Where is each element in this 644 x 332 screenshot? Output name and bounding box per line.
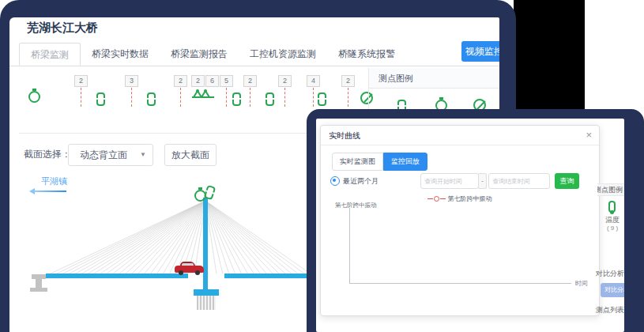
sensor-count-box: 3 <box>125 75 138 87</box>
sensor-dash-line <box>226 88 227 107</box>
car-image <box>175 262 204 275</box>
truss-sensor-group[interactable]: 26 <box>191 75 219 103</box>
sensor-dash-line <box>180 88 181 107</box>
sensor-count-box: 4 <box>307 75 320 87</box>
direction-arrow-icon <box>32 191 66 192</box>
background-white-area <box>585 0 644 111</box>
sensor-count-5[interactable]: 2 <box>174 75 186 107</box>
section-select-dropdown[interactable]: 动态背立面 ▼ <box>68 144 153 166</box>
video-monitor-button[interactable]: 视频监控 <box>461 41 499 62</box>
temperature-count: ( 9 ) <box>599 224 624 232</box>
tabbar-divider <box>9 66 499 66</box>
chart-plot-area <box>349 208 571 284</box>
x-axis-title: 时间 <box>575 279 588 288</box>
query-end-time-input[interactable] <box>488 173 550 189</box>
overlay-window: 实时曲线 × 实时监测图 监控回放 最近两个月 - 查询 第七阶跨中振动 第七阶… <box>316 119 624 332</box>
query-button[interactable]: 查询 <box>555 173 579 189</box>
car-wheel <box>179 270 183 275</box>
chain-link-icon[interactable] <box>96 92 105 106</box>
tab-main-3[interactable]: 工控机资源监测 <box>239 43 327 66</box>
sensor-dash-line <box>250 88 250 107</box>
tab-main-2[interactable]: 桥梁监测报告 <box>160 43 239 66</box>
recent-two-months-radio[interactable] <box>330 176 340 186</box>
sensor-count-box: 2 <box>174 75 187 87</box>
compare-section-title: 对比分析 <box>596 269 624 279</box>
sensor-count-3[interactable]: 3 <box>125 75 137 107</box>
car-wheel <box>195 270 200 275</box>
sensor-count-9[interactable]: 2 <box>243 75 256 107</box>
tab-main-1[interactable]: 桥梁实时数据 <box>81 43 160 66</box>
sensor-count-1[interactable]: 2 <box>74 75 87 107</box>
tab-main-0[interactable]: 桥梁监测 <box>19 43 81 66</box>
modal-header <box>321 126 599 145</box>
sensor-count-box: 2 <box>341 75 355 87</box>
page-title: 芜湖长江大桥 <box>27 21 98 36</box>
tab-playback[interactable]: 监控回放 <box>383 153 427 171</box>
truss-count-boxes: 26 <box>191 75 219 87</box>
compare-button[interactable]: 对比分析 <box>601 283 624 297</box>
sensor-count-box: 5 <box>220 75 233 87</box>
radio-label: 最近两个月 <box>343 176 378 187</box>
sensor-count-7[interactable]: 5 <box>220 75 232 107</box>
modal-title: 实时曲线 <box>329 130 360 141</box>
legend-panel-header: 测点图例 <box>369 68 499 89</box>
legend-dash <box>427 198 433 199</box>
modal-tabbar: 实时监测图 监控回放 <box>332 153 427 171</box>
legend-marker-icon <box>434 196 439 202</box>
chain-link-icon[interactable] <box>266 92 274 106</box>
sensor-dash-line <box>348 88 348 107</box>
date-range-separator: - <box>478 173 487 189</box>
chain-link-icon[interactable] <box>232 92 241 106</box>
sensor-count-box: 2 <box>278 75 292 87</box>
thermometer-icon[interactable] <box>608 201 616 213</box>
sensor-count-box: 2 <box>74 75 88 87</box>
realtime-curve-modal: 实时曲线 × 实时监测图 监控回放 最近两个月 - 查询 第七阶跨中振动 第七阶… <box>320 125 600 316</box>
enlarge-section-button[interactable]: 放大截面 <box>164 144 217 166</box>
screen: 芜湖长江大桥 桥梁监测桥梁实时数据桥梁监测报告工控机资源监测桥隧系统报警 视频监… <box>0 0 644 332</box>
abutment-stem <box>36 279 42 288</box>
sensor-dash-line <box>284 88 285 107</box>
sensor-count-box: 6 <box>205 75 219 87</box>
close-icon[interactable]: × <box>586 129 592 141</box>
sensor-count-11[interactable]: 2 <box>278 75 291 107</box>
point-list-label: 测点列表 <box>596 305 624 315</box>
query-start-time-input[interactable] <box>420 173 479 189</box>
bank-name-label: 平湖镇 <box>41 175 67 187</box>
main-tabbar: 桥梁监测桥梁实时数据桥梁监测报告工控机资源监测桥隧系统报警 <box>19 43 406 66</box>
tab-realtime-view[interactable]: 实时监测图 <box>332 153 383 171</box>
chevron-down-icon: ▼ <box>140 145 146 165</box>
sensor-dash-line <box>313 88 314 107</box>
sensor-count-box: 2 <box>243 75 257 87</box>
truss-icon <box>191 87 219 103</box>
section-select-label: 截面选择： <box>24 144 71 164</box>
pier-piles <box>197 296 216 310</box>
section-select-value: 动态背立面 <box>80 145 127 165</box>
tab-main-4[interactable]: 桥隧系统报警 <box>327 43 406 66</box>
legend-dash <box>440 198 446 199</box>
tower-chain-icon[interactable] <box>204 185 217 201</box>
stopwatch-icon[interactable] <box>28 91 40 103</box>
disabled-sensor-icon[interactable] <box>360 92 373 104</box>
sensor-count-box: 2 <box>191 75 205 87</box>
bridge-tower <box>203 198 208 294</box>
sensor-dash-line <box>81 88 81 107</box>
chart-series <box>351 208 571 283</box>
chain-link-icon[interactable] <box>318 92 326 106</box>
legend-panel-header-partial: 测点图例 <box>597 183 624 196</box>
pier-cap <box>194 289 219 296</box>
sensor-count-14[interactable]: 2 <box>341 75 354 107</box>
abutment-base <box>30 288 47 292</box>
legend-series-label: 第七阶跨中振动 <box>448 195 492 202</box>
chain-link-icon[interactable] <box>147 92 156 106</box>
sensor-dash-line <box>131 88 132 107</box>
